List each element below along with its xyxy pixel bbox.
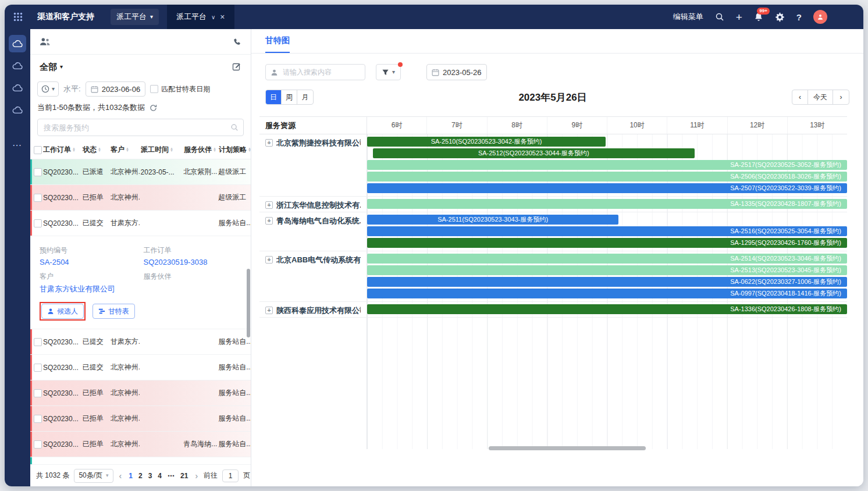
column-header[interactable]: 服务伙伴▲▼ [184,145,218,155]
column-header[interactable]: 计划策略▲▼ [219,145,251,155]
gantt-bar[interactable]: SA-1336(SQ20230426-1808-服务预约) [367,304,847,314]
filter-button[interactable]: ▾ [376,64,401,80]
row-checkbox[interactable] [34,415,42,423]
view-day-button[interactable]: 日 [266,90,282,104]
work-order-row[interactable]: SQ20230...已拒单北京神州...服务站自... [30,380,251,406]
row-checkbox[interactable] [34,364,42,372]
gantt-bar[interactable]: SA-2514(SQ20230523-3046-服务预约) [367,254,847,264]
sort-icon[interactable]: ▲▼ [98,148,101,152]
bell-icon[interactable]: 99+ [754,12,763,22]
horizontal-scrollbar[interactable] [489,446,646,450]
gantt-bar[interactable]: SA-2511(SQ20230523-3043-服务预约) [367,215,618,225]
sort-icon[interactable]: ▲▼ [213,148,216,152]
row-checkbox[interactable] [34,219,42,227]
page-number[interactable]: 21 [179,472,189,480]
customer-link[interactable]: 甘肃东方钛业有限公司 [40,284,138,294]
expand-plus-icon[interactable]: + [265,307,273,314]
row-checkbox[interactable] [34,338,42,346]
service-search-field[interactable] [42,123,227,133]
gantt-bar[interactable]: SA-0622(SQ20230327-1006-服务预约) [367,277,847,287]
row-checkbox[interactable] [34,440,42,449]
candidates-button[interactable]: 候选人 [41,304,84,319]
time-filter-button[interactable]: ▾ [37,81,59,97]
column-header[interactable]: 派工时间▲▼ [141,145,183,155]
resource-name[interactable]: 青岛海纳电气自动化系统... [276,216,361,226]
reservation-number-link[interactable]: SA-2504 [40,258,138,267]
goto-page-input[interactable] [222,469,239,482]
next-page-button[interactable]: › [194,471,199,481]
gantt-bar[interactable]: SA-0997(SQ20230418-1416-服务预约) [367,289,847,298]
page-number[interactable]: 4 [156,472,163,480]
expand-plus-icon[interactable]: + [265,201,273,209]
work-order-row[interactable]: SQ20230...已拒单北京神州...服务站自... [30,406,251,432]
row-checkbox[interactable] [34,194,42,202]
service-search-input[interactable] [37,119,244,136]
help-icon[interactable]: ? [796,12,802,22]
resource-name[interactable]: 浙江东华信息控制技术有... [276,200,361,211]
page-number[interactable]: 2 [137,472,144,480]
prev-day-button[interactable]: ‹ [792,90,808,104]
gantt-bar[interactable]: SA-2517(SQ20230525-3052-服务预约) [367,160,847,170]
work-order-row[interactable]: SQ20230...已提交甘肃东方...服务站自... [30,211,251,236]
avatar[interactable] [813,10,827,24]
gantt-bar[interactable]: SA-1335(SQ20230428-1807-服务预约) [367,199,847,209]
select-all-checkbox[interactable] [34,146,42,154]
expand-plus-icon[interactable]: + [265,256,273,264]
page-number[interactable]: 1 [127,472,134,480]
column-header[interactable]: 工作订单▲▼ [43,145,81,155]
gantt-table-button[interactable]: 甘特表 [93,304,135,319]
workspace-dropdown-tab[interactable]: 派工平台 ▾ [111,9,159,25]
phone-icon[interactable] [232,37,241,47]
match-gantt-checkbox[interactable]: 匹配甘特表日期 [150,84,210,94]
gantt-date-input[interactable]: 2023-05-26 [426,64,487,80]
work-order-row[interactable]: SQ20230...已拒单北京神州...青岛海纳...服务站自... [30,432,251,457]
tab-gantt[interactable]: 甘特图 [265,29,290,53]
ellipsis-icon[interactable]: ⋯ [12,140,23,151]
sidebar-item-cloud-2[interactable] [9,57,26,74]
gantt-bar[interactable]: SA-2506(SQ20230518-3026-服务预约) [367,172,847,182]
work-order-row[interactable]: SQ20230...已拒单北京神州...超级派工 [30,185,251,211]
list-date-input[interactable]: 2023-06-06 [86,81,146,97]
prev-page-button[interactable]: ‹ [118,471,123,481]
gantt-bar[interactable]: SA-2507(SQ20230522-3039-服务预约) [367,183,847,193]
vertical-scrollbar[interactable] [247,269,250,337]
resource-name[interactable]: 北京紫荆捷控科技有限公司 [276,138,361,148]
page-size-select[interactable]: 50条/页 ▾ [74,469,113,483]
sort-icon[interactable]: ▲▼ [170,148,173,152]
gear-icon[interactable] [775,12,785,22]
work-order-row[interactable]: SQ20230...已提交甘肃东方...服务站自... [30,329,251,355]
page-number[interactable]: 3 [147,472,154,480]
filter-all-dropdown[interactable]: 全部 ▾ [40,62,63,73]
today-button[interactable]: 今天 [808,90,833,104]
work-order-row[interactable]: SQ20230...已提交北京神州...服务站自... [30,355,251,380]
sidebar-item-cloud-3[interactable] [9,79,26,97]
resource-name[interactable]: 北京ABB电气传动系统有... [276,255,361,265]
edit-menu-button[interactable]: 编辑菜单 [673,12,703,22]
app-launcher-button[interactable] [5,5,31,29]
gantt-bar[interactable]: SA-2513(SQ20230523-3045-服务预约) [367,265,847,275]
view-month-button[interactable]: 月 [297,90,313,104]
group-icon[interactable] [40,37,51,46]
work-order-link[interactable]: SQ20230519-3038 [144,258,242,267]
gantt-bar[interactable]: SA-2510(SQ20230523-3042-服务预约) [367,137,606,147]
chevron-down-icon[interactable]: ∨ [211,14,215,20]
expand-plus-icon[interactable]: + [265,139,273,147]
sort-icon[interactable]: ▲▼ [126,148,129,152]
expand-plus-icon[interactable]: + [265,217,273,225]
view-week-button[interactable]: 周 [282,90,297,104]
gantt-search-input[interactable] [265,64,365,80]
sort-icon[interactable]: ▲▼ [72,148,76,152]
checkbox-icon[interactable] [150,85,158,93]
plus-icon[interactable]: + [736,12,742,23]
gantt-search-field[interactable] [282,67,360,77]
gantt-bar[interactable]: SA-2516(SQ20230525-3054-服务预约) [367,226,847,236]
work-order-row[interactable]: SQ20230...已派遣北京神州...2023-05-...北京紫荆...超级… [30,159,251,185]
column-header[interactable]: 客户▲▼ [111,145,140,155]
compose-icon[interactable] [232,62,241,72]
column-header[interactable]: 状态▲▼ [83,145,109,155]
sidebar-item-cloud-1[interactable] [9,35,26,52]
refresh-icon[interactable] [150,104,157,112]
active-workspace-tab[interactable]: 派工平台 ∨ × [167,5,234,29]
gantt-bar[interactable]: SA-1295(SQ20230426-1760-服务预约) [367,238,847,248]
sidebar-item-cloud-4[interactable] [9,101,26,119]
